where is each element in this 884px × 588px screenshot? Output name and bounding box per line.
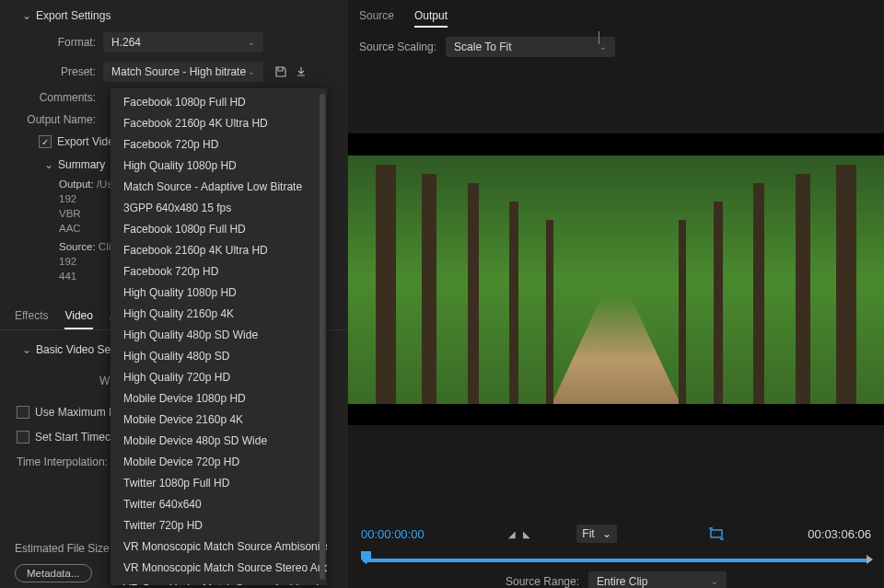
format-value: H.264 xyxy=(111,33,141,52)
format-select[interactable]: H.264 ⌄ xyxy=(103,32,263,52)
source-range-select[interactable]: Entire Clip ⌄ xyxy=(588,571,727,588)
basic-video-settings-title: Basic Video Setti xyxy=(36,343,120,356)
preset-select[interactable]: Match Source - High bitrate ⌄ xyxy=(103,62,263,82)
preset-option[interactable]: Mobile Device 480p SD Wide xyxy=(110,431,327,452)
export-video-checkbox[interactable]: ✓ xyxy=(39,135,52,148)
tab-effects[interactable]: Effects xyxy=(15,304,48,329)
source-range-value: Entire Clip xyxy=(597,572,647,588)
preset-value: Match Source - High bitrate xyxy=(111,63,246,81)
chevron-down-icon: ⌄ xyxy=(248,33,255,52)
output-name-label: Output Name: xyxy=(0,113,103,126)
chevron-down-icon: ⌄ xyxy=(248,63,255,81)
preset-label: Preset: xyxy=(0,65,103,78)
preset-option[interactable]: High Quality 2160p 4K xyxy=(110,304,327,325)
svg-rect-0 xyxy=(711,530,722,537)
chevron-down-icon: ⌄ xyxy=(711,572,718,588)
text-cursor xyxy=(599,31,599,44)
preset-option[interactable]: VR Over-Under Match Source Ambisonics xyxy=(110,579,327,585)
metadata-button[interactable]: Metadata... xyxy=(15,564,92,582)
estimated-size-label: Estimated File Size: xyxy=(15,542,112,555)
timeline-scrubber[interactable] xyxy=(361,549,871,568)
preset-dropdown-list[interactable]: Facebook 1080p Full HDFacebook 2160p 4K … xyxy=(110,88,327,585)
preview-panel: Source Output Source Scaling: Scale To F… xyxy=(348,0,884,588)
preset-option[interactable]: Mobile Device 2160p 4K xyxy=(110,409,327,431)
preset-option[interactable]: Facebook 1080p Full HD xyxy=(110,219,327,240)
time-interp-label: Time Interpolation: xyxy=(17,455,115,468)
preset-option[interactable]: Facebook 720p HD xyxy=(110,134,327,156)
timeline-out-marker[interactable] xyxy=(867,555,873,564)
source-range-label: Source Range: xyxy=(506,575,579,588)
chevron-down-icon: ⌄ xyxy=(599,38,607,56)
import-preset-icon[interactable] xyxy=(293,63,309,80)
preset-option[interactable]: Twitter 640x640 xyxy=(110,494,327,515)
preset-option[interactable]: VR Monoscopic Match Source Stereo Audio xyxy=(110,558,327,579)
preset-option[interactable]: High Quality 480p SD xyxy=(110,346,327,367)
comments-label: Comments: xyxy=(0,91,103,104)
crop-icon[interactable] xyxy=(709,527,724,540)
use-max-render-checkbox[interactable] xyxy=(17,406,29,419)
preset-option[interactable]: Facebook 1080p Full HD xyxy=(110,92,327,113)
preset-option[interactable]: Facebook 720p HD xyxy=(110,261,327,282)
chevron-down-icon: ⌄ xyxy=(22,343,30,356)
preset-option[interactable]: Mobile Device 1080p HD xyxy=(110,388,327,409)
preset-option[interactable]: VR Monoscopic Match Source Ambisonics xyxy=(110,536,327,558)
chevron-down-icon: ⌄ xyxy=(602,527,611,540)
zoom-fit-value: Fit xyxy=(582,527,594,540)
timecode-out[interactable]: 00:03:06:06 xyxy=(808,527,871,541)
timeline-track xyxy=(363,559,869,562)
source-scaling-value: Scale To Fit xyxy=(454,38,511,56)
preset-option[interactable]: High Quality 720p HD xyxy=(110,367,327,388)
preset-option[interactable]: High Quality 1080p HD xyxy=(110,156,327,177)
export-settings-title: Export Settings xyxy=(36,9,110,22)
preset-option[interactable]: Match Source - Adaptive Low Bitrate xyxy=(110,177,327,198)
set-start-timecode-checkbox[interactable] xyxy=(17,431,29,444)
preset-option[interactable]: Twitter 720p HD xyxy=(110,515,327,536)
preset-option[interactable]: High Quality 1080p HD xyxy=(110,282,327,304)
summary-title: Summary xyxy=(58,158,105,171)
step-back-icon[interactable]: ◢ xyxy=(508,529,516,539)
timecode-in[interactable]: 00:00:00:00 xyxy=(361,527,425,541)
preset-option[interactable]: Mobile Device 720p HD xyxy=(110,452,327,473)
chevron-down-icon: ⌄ xyxy=(44,158,52,171)
transport-bar: 00:00:00:00 ◢ ◣ Fit ⌄ 00:03:06:06 Source… xyxy=(348,516,884,588)
tab-video[interactable]: Video xyxy=(64,304,92,329)
preview-image xyxy=(348,156,884,404)
preset-option[interactable]: High Quality 480p SD Wide xyxy=(110,325,327,346)
export-settings-header[interactable]: ⌄ Export Settings xyxy=(0,7,348,28)
tab-output[interactable]: Output xyxy=(414,6,448,28)
preset-option[interactable]: Facebook 2160p 4K Ultra HD xyxy=(110,113,327,134)
save-preset-icon[interactable] xyxy=(273,63,289,80)
source-scaling-label: Source Scaling: xyxy=(359,40,436,53)
step-fwd-icon[interactable]: ◣ xyxy=(523,529,530,539)
video-preview[interactable] xyxy=(348,133,884,425)
preset-option[interactable]: Twitter 1080p Full HD xyxy=(110,473,327,494)
zoom-fit-select[interactable]: Fit ⌄ xyxy=(576,525,616,543)
preset-option[interactable]: 3GPP 640x480 15 fps xyxy=(110,198,327,219)
source-scaling-select[interactable]: Scale To Fit ⌄ xyxy=(446,37,615,57)
tab-source[interactable]: Source xyxy=(359,6,394,28)
preset-option[interactable]: Facebook 2160p 4K Ultra HD xyxy=(110,240,327,261)
chevron-down-icon: ⌄ xyxy=(22,9,30,22)
format-label: Format: xyxy=(0,36,103,49)
